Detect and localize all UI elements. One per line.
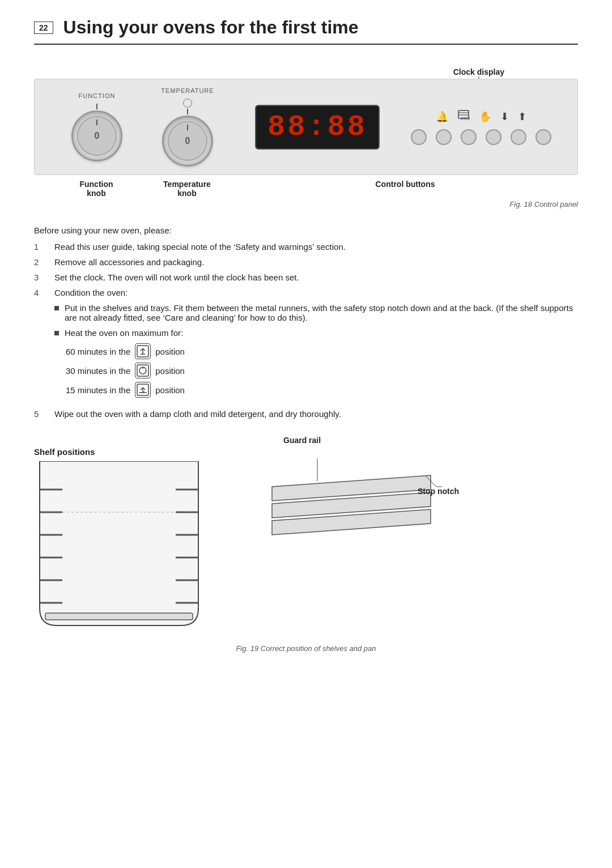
page-header: 22 Using your ovens for the first time	[34, 17, 578, 45]
step-text-4: Condition the oven:	[54, 288, 128, 297]
step-text-5: Wipe out the oven with a damp cloth and …	[54, 409, 341, 419]
list-item-2: 2 Remove all accessories and packaging.	[34, 257, 578, 267]
svg-text:STOP: STOP	[461, 117, 470, 121]
svg-rect-9	[137, 365, 148, 376]
bullet-icon-2	[54, 331, 59, 335]
button-icons-row: 🔔 STOP ✋ ⬇ ⬆	[436, 109, 526, 125]
clock-display-label: Clock display	[453, 67, 504, 76]
list-item-4: 4 Condition the oven:	[34, 288, 578, 297]
temperature-knob-inner: 0	[168, 121, 207, 161]
fig19-caption: Fig. 19 Correct position of shelves and …	[34, 644, 578, 653]
clock-label-row: Clock display	[34, 67, 578, 76]
position-line-1: 60 minutes in the position	[66, 343, 578, 359]
page-title: Using your ovens for the first time	[63, 17, 359, 38]
bullet-item-2: Heat the oven on maximum for:	[54, 328, 578, 338]
stop-notch-label: Stop notch	[418, 487, 459, 496]
grill-icon: STOP	[457, 109, 470, 125]
step-num-5: 5	[34, 409, 45, 419]
shelf-svg: 6 5 4 3 2 1	[34, 461, 204, 631]
step-num-1: 1	[34, 242, 45, 252]
step-num-2: 2	[34, 257, 45, 267]
bullet-item-1: Put in the shelves and trays. Fit them b…	[54, 303, 578, 322]
btn-circle-5[interactable]	[511, 129, 526, 145]
intro-text: Before using your new oven, please:	[34, 225, 578, 235]
temperature-label-top: TEMPERATURE	[161, 87, 214, 94]
list-item-1: 1 Read this user guide, taking special n…	[34, 242, 578, 252]
clock-digits: 88:88	[267, 110, 367, 144]
bell-icon: 🔔	[436, 110, 448, 123]
position-text-2: 30 minutes in the	[66, 366, 130, 376]
shelf-diagram-container: Shelf positions 6 5 4 3 2	[34, 447, 204, 633]
up-arrow-icon: ⬆	[518, 110, 526, 123]
temperature-circle-above	[183, 99, 192, 108]
step-text-2: Remove all accessories and packaging.	[54, 257, 204, 267]
step-text-1: Read this user guide, taking special not…	[54, 242, 346, 252]
panel-labels-row: Function knob Temperature knob Control b…	[34, 180, 578, 198]
list-item-3: 3 Set the clock. The oven will not work …	[34, 273, 578, 282]
button-circles-row	[411, 129, 551, 145]
numbered-list: 1 Read this user guide, taking special n…	[34, 242, 578, 297]
btn-circle-3[interactable]	[461, 129, 477, 145]
panel-inner: FUNCTION 0 TEMPERATURE 0	[52, 87, 560, 167]
position-line-2: 30 minutes in the position	[66, 363, 578, 378]
function-label-top: FUNCTION	[79, 92, 116, 99]
function-knob-label: Function knob	[51, 180, 142, 198]
position-word-1: position	[155, 347, 185, 356]
step-text-3: Set the clock. The oven will not work un…	[54, 273, 299, 282]
stop-icon: ✋	[479, 110, 491, 123]
step-num-3: 3	[34, 273, 45, 282]
btn-circle-6[interactable]	[536, 129, 551, 145]
control-panel-box: FUNCTION 0 TEMPERATURE 0	[34, 79, 578, 175]
temperature-knob-label: Temperature knob	[142, 180, 232, 198]
position-word-2: position	[155, 366, 185, 376]
bullet-text-1: Put in the shelves and trays. Fit them b…	[65, 303, 578, 322]
page-number: 22	[34, 22, 53, 34]
btn-circle-1[interactable]	[411, 129, 427, 145]
instructions: Before using your new oven, please: 1 Re…	[34, 225, 578, 419]
shelf-section: Shelf positions 6 5 4 3 2	[34, 436, 578, 633]
clock-display-area: 88:88	[233, 105, 402, 150]
down-arrow-icon: ⬇	[500, 110, 509, 123]
temperature-knob[interactable]: 0	[162, 116, 213, 167]
function-knob[interactable]: 0	[71, 110, 122, 161]
step-num-4: 4	[34, 288, 45, 297]
bullet-icon-1	[54, 306, 59, 310]
guard-rail-label: Guard rail	[283, 436, 321, 445]
control-buttons-area: 🔔 STOP ✋ ⬇ ⬆	[402, 109, 560, 145]
position-line-3: 15 minutes in the position	[66, 382, 578, 398]
position-word-3: position	[155, 385, 185, 395]
temperature-knob-area: TEMPERATURE 0	[142, 87, 233, 167]
svg-rect-37	[45, 613, 193, 620]
btn-circle-4[interactable]	[486, 129, 502, 145]
btn-circle-2[interactable]	[436, 129, 452, 145]
bullet-text-2: Heat the oven on maximum for:	[65, 328, 183, 338]
shelf-positions-label: Shelf positions	[34, 447, 204, 457]
guard-rail-detail: Guard rail Stop notch	[261, 436, 442, 573]
position-icon-2	[135, 363, 151, 378]
temperature-knob-zero: 0	[185, 136, 190, 146]
fig18-caption: Fig. 18 Control panel	[34, 200, 578, 209]
temperature-tick	[187, 109, 188, 114]
temperature-knob-marker	[187, 125, 188, 130]
position-text-3: 15 minutes in the	[66, 385, 130, 395]
clock-display: 88:88	[255, 105, 380, 150]
position-text-1: 60 minutes in the	[66, 347, 130, 356]
function-knob-marker	[96, 120, 97, 125]
function-knob-area: FUNCTION 0	[52, 92, 142, 161]
function-tick	[96, 104, 97, 109]
control-buttons-label: Control buttons	[232, 180, 578, 189]
function-knob-zero: 0	[95, 131, 100, 141]
function-knob-inner: 0	[77, 116, 117, 156]
control-panel-section: Clock display FUNCTION 0 TEMPERATURE	[34, 67, 578, 209]
bullet-list: Put in the shelves and trays. Fit them b…	[54, 303, 578, 338]
position-icon-1	[135, 343, 151, 359]
position-icon-3	[135, 382, 151, 398]
guard-rail-svg	[261, 458, 442, 572]
